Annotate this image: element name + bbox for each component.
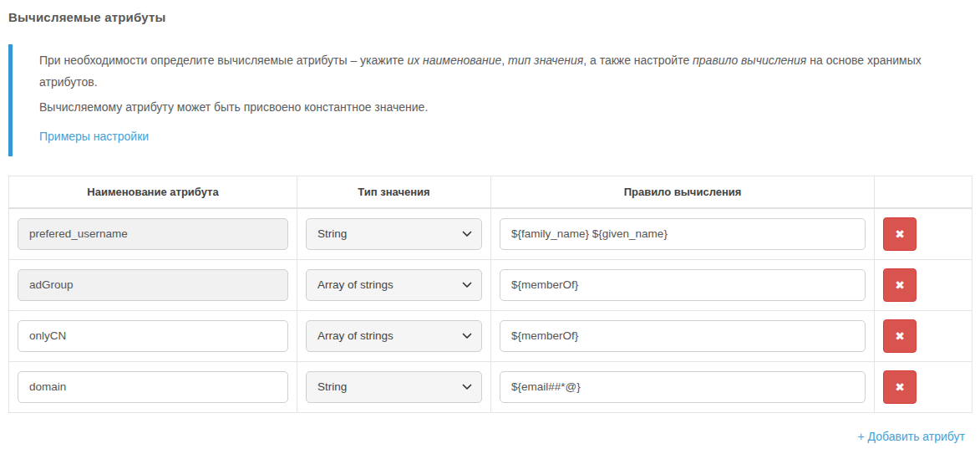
examples-link[interactable]: Примеры настройки	[39, 130, 149, 143]
info-text: , а также настройте	[583, 54, 693, 67]
page-title: Вычисляемые атрибуты	[8, 10, 972, 24]
table-row: String ✖	[9, 361, 972, 412]
info-paragraph-1: При необходимости определите вычисляемые…	[39, 49, 955, 93]
value-type-select[interactable]: Array of strings	[306, 269, 482, 301]
table-row: Array of strings ✖	[9, 259, 972, 310]
delete-x-icon: ✖	[895, 329, 905, 343]
add-attribute-link[interactable]: + Добавить атрибут	[858, 430, 965, 443]
info-text-italic: правило вычисления	[693, 54, 806, 67]
delete-x-icon: ✖	[895, 380, 905, 394]
delete-x-icon: ✖	[895, 278, 905, 292]
attribute-name-input[interactable]	[18, 320, 288, 352]
computation-rule-input[interactable]	[500, 320, 866, 352]
computed-attributes-table: Наименование атрибута Тип значения Прави…	[8, 176, 972, 413]
column-header-attribute-name: Наименование атрибута	[9, 176, 297, 208]
info-text-italic: их наименование	[407, 54, 501, 67]
table-row: Array of strings ✖	[9, 310, 972, 361]
delete-row-button[interactable]: ✖	[883, 268, 917, 302]
value-type-select[interactable]: String	[306, 218, 482, 250]
info-text: ,	[501, 54, 508, 67]
value-type-select[interactable]: Array of strings	[306, 320, 482, 352]
attribute-name-input[interactable]	[18, 218, 288, 250]
value-type-select[interactable]: String	[306, 371, 482, 403]
table-row: String ✖	[9, 208, 972, 260]
info-text-italic: тип значения	[508, 54, 583, 67]
column-header-actions	[875, 176, 972, 208]
computation-rule-input[interactable]	[500, 269, 866, 301]
delete-row-button[interactable]: ✖	[883, 319, 917, 353]
attribute-name-input[interactable]	[18, 371, 288, 403]
attribute-name-input[interactable]	[18, 269, 288, 301]
computation-rule-input[interactable]	[500, 218, 866, 250]
info-paragraph-2: Вычисляемому атрибуту может быть присвое…	[39, 96, 955, 118]
delete-x-icon: ✖	[895, 227, 905, 241]
table-header-row: Наименование атрибута Тип значения Прави…	[9, 176, 972, 208]
column-header-value-type: Тип значения	[297, 176, 491, 208]
computed-attributes-page: Вычисляемые атрибуты При необходимости о…	[0, 0, 980, 459]
delete-row-button[interactable]: ✖	[883, 370, 917, 404]
info-callout: При необходимости определите вычисляемые…	[8, 44, 972, 156]
delete-row-button[interactable]: ✖	[883, 217, 917, 251]
info-text: При необходимости определите вычисляемые…	[39, 54, 407, 67]
column-header-computation-rule: Правило вычисления	[491, 176, 875, 208]
computation-rule-input[interactable]	[500, 371, 866, 403]
